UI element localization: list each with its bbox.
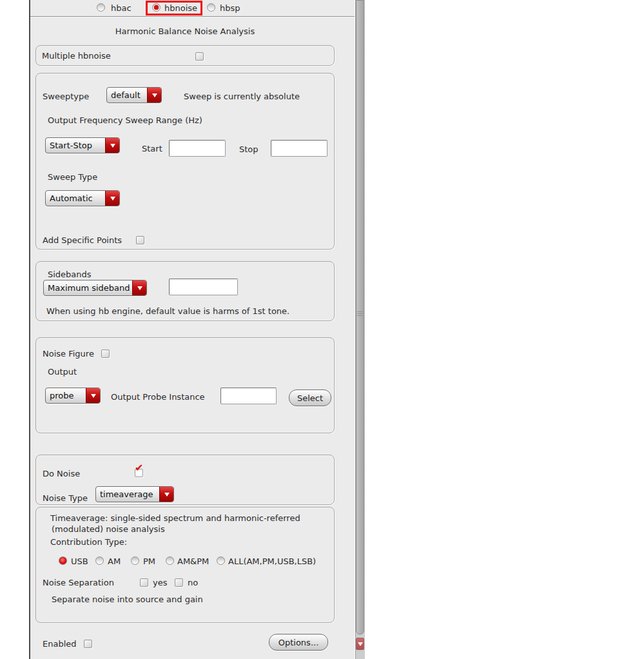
sweep-range-title: Output Frequency Sweep Range (Hz): [48, 115, 202, 125]
start-input[interactable]: [169, 140, 226, 157]
sweep-type-dropdown[interactable]: Automatic: [45, 190, 120, 206]
contribution-radio-ampm[interactable]: [166, 556, 174, 565]
scroll-down-button[interactable]: [356, 638, 364, 650]
tab-separator: [30, 16, 355, 17]
do-noise-label: Do Noise: [43, 469, 80, 478]
select-button[interactable]: Select: [289, 389, 331, 406]
noise-separation-no-checkbox[interactable]: [175, 578, 183, 587]
sidebands-note: When using hb engine, default value is h…: [46, 306, 289, 316]
hbnoise-highlight-box: [146, 1, 202, 15]
contribution-radio-usb[interactable]: [59, 556, 67, 565]
dropdown-arrow-icon[interactable]: [132, 280, 146, 295]
range-mode-dropdown-value: Start-Stop: [46, 138, 105, 153]
range-mode-dropdown[interactable]: Start-Stop: [45, 137, 120, 153]
contribution-label-am[interactable]: AM: [108, 556, 121, 566]
add-points-checkbox[interactable]: [136, 236, 144, 244]
noise-type-label: Noise Type: [43, 493, 88, 503]
output-probe-instance-label: Output Probe Instance: [111, 392, 205, 402]
sweeptype-dropdown[interactable]: default: [106, 87, 162, 103]
scroll-down-icon: [358, 642, 363, 646]
output-probe-instance-input[interactable]: [220, 388, 277, 404]
multiple-hbnoise-checkbox[interactable]: [195, 52, 204, 61]
noise-separation-note: Separate noise into source and gain: [52, 595, 203, 604]
sweep-type-label: Sweep Type: [48, 172, 97, 182]
noise-figure-checkbox[interactable]: [101, 349, 110, 358]
sweep-type-dropdown-value: Automatic: [46, 191, 105, 206]
dropdown-arrow-icon[interactable]: [86, 388, 100, 403]
scrollbar-thumb[interactable]: [356, 0, 364, 634]
tab-radio-hbsp[interactable]: [207, 3, 215, 12]
contribution-radio-pm[interactable]: [131, 556, 139, 565]
dropdown-arrow-icon[interactable]: [105, 191, 119, 206]
dropdown-arrow-icon[interactable]: [147, 88, 161, 103]
dropdown-arrow-icon[interactable]: [105, 138, 119, 153]
page-title: Harmonic Balance Noise Analysis: [35, 26, 335, 36]
stop-input[interactable]: [271, 140, 327, 157]
sidebands-mode-dropdown-value: Maximum sideband: [44, 280, 132, 295]
start-label: Start: [142, 144, 162, 153]
output-mode-dropdown-value: probe: [46, 388, 86, 403]
add-points-label: Add Specific Points: [43, 235, 122, 245]
contribution-label-all[interactable]: ALL(AM,PM,USB,LSB): [228, 556, 316, 566]
noise-description-line1: Timeaverage: single-sided spectrum and h…: [50, 513, 300, 524]
noise-separation-no-label[interactable]: no: [188, 578, 198, 587]
noise-type-dropdown[interactable]: timeaverage: [95, 486, 174, 502]
noise-separation-yes-label[interactable]: yes: [153, 578, 167, 587]
multiple-hbnoise-label: Multiple hbnoise: [42, 51, 111, 61]
tab-label-hbsp[interactable]: hbsp: [220, 3, 240, 13]
noise-type-dropdown-value: timeaverage: [96, 487, 159, 502]
sidebands-label: Sidebands: [48, 270, 92, 279]
options-button[interactable]: Options...: [269, 634, 328, 651]
checkmark-icon: ✔: [135, 463, 143, 473]
sweeptype-dropdown-value: default: [107, 88, 147, 103]
contribution-label-usb[interactable]: USB: [71, 556, 88, 566]
sweep-status-text: Sweep is currently absolute: [184, 92, 300, 101]
output-mode-dropdown[interactable]: probe: [45, 388, 101, 404]
output-label: Output: [48, 367, 77, 377]
tab-radio-hbac[interactable]: [97, 3, 105, 12]
enabled-label: Enabled: [43, 639, 77, 649]
dropdown-arrow-icon[interactable]: [159, 487, 173, 502]
contribution-label-pm[interactable]: PM: [143, 556, 155, 566]
noise-separation-label: Noise Separation: [43, 578, 114, 587]
sweeptype-label: Sweeptype: [43, 92, 89, 101]
contribution-radio-all[interactable]: [217, 556, 225, 565]
contribution-label-ampm[interactable]: AM&PM: [177, 556, 209, 566]
stop-label: Stop: [239, 144, 259, 154]
sidebands-value-input[interactable]: [169, 279, 238, 295]
noise-separation-yes-checkbox[interactable]: [140, 578, 148, 587]
scrollbar-grip-icon: [357, 311, 363, 317]
do-noise-checkbox[interactable]: ✔: [135, 469, 143, 477]
contribution-radio-am[interactable]: [95, 556, 104, 565]
sidebands-mode-dropdown[interactable]: Maximum sideband: [43, 280, 147, 296]
noise-description-line2: (modulated) noise analysis: [52, 524, 165, 535]
tab-label-hbac[interactable]: hbac: [111, 3, 132, 13]
contribution-type-label: Contribution Type:: [50, 537, 127, 547]
noise-figure-label: Noise Figure: [43, 349, 94, 359]
enabled-checkbox[interactable]: [84, 640, 92, 648]
